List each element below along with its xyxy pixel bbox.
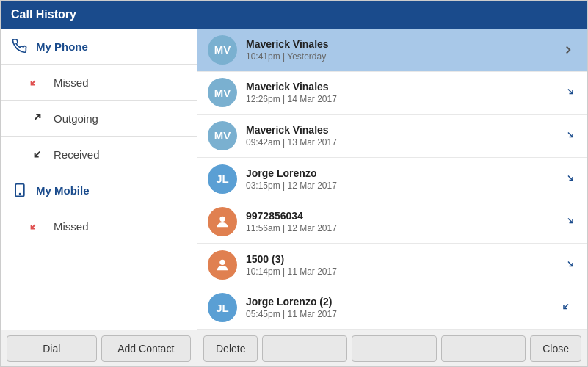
missed-mobile-label: Missed [54,220,89,233]
call-time: 12:26pm | 14 Mar 2017 [246,94,559,104]
sidebar-item-missed[interactable]: Missed [1,65,197,101]
call-info: Maverick Vinales 09:42am | 13 Mar 2017 [246,124,559,148]
call-name: Maverick Vinales [246,38,559,50]
svg-line-7 [568,132,573,137]
call-name: 1500 (3) [246,253,559,265]
avatar: MV [208,78,237,107]
avatar: JL [208,293,237,322]
outgoing-call-icon [30,111,45,126]
call-time: 10:41pm | Yesterday [246,51,559,62]
delete-button[interactable]: Delete [203,335,258,362]
call-info: Jorge Lorenzo (2) 05:45pm | 11 Mar 2017 [246,296,559,319]
missed-action-icon [559,299,577,316]
dial-button[interactable]: Dial [7,335,97,362]
close-button[interactable]: Close [530,335,581,362]
sidebar-item-my-mobile[interactable]: My Mobile [1,172,197,208]
person-avatar-icon [214,214,231,230]
call-name: 9972856034 [246,210,559,222]
avatar [208,250,237,280]
call-item[interactable]: JL Jorge Lorenzo (2) 05:45pm | 11 Mar 20… [197,286,587,330]
svg-line-10 [568,219,573,223]
svg-point-9 [219,217,225,222]
call-item[interactable]: 1500 (3) 10:14pm | 11 Mar 2017 [197,244,587,287]
call-time: 05:45pm | 11 Mar 2017 [246,309,559,319]
app-container: Call History My Phone Missed [0,0,588,367]
sidebar-toolbar: Dial Add Contact [1,330,197,366]
toolbar-spacer-1 [262,335,347,362]
callback-action-icon [559,213,577,230]
call-item[interactable]: MV Maverick Vinales 09:42am | 13 Mar 201… [197,115,587,158]
call-item[interactable]: MV Maverick Vinales 12:26pm | 14 Mar 201… [197,72,587,115]
call-info: Maverick Vinales 10:41pm | Yesterday [246,38,559,62]
call-name: Jorge Lorenzo [246,167,559,179]
mobile-icon [12,183,27,197]
call-item[interactable]: JL Jorge Lorenzo 03:15pm | 12 Mar 2017 [197,158,587,201]
sidebar-item-missed-mobile[interactable]: Missed [1,208,197,244]
my-mobile-label: My Mobile [36,184,90,197]
call-name: Jorge Lorenzo (2) [246,296,559,308]
main-area: My Phone Missed Outgoing [1,29,587,366]
call-item[interactable]: MV Maverick Vinales 10:41pm | Yesterday [197,29,587,72]
missed-call-icon [30,75,45,90]
phone-icon [12,39,27,54]
content-panel: MV Maverick Vinales 10:41pm | Yesterday … [197,29,587,366]
missed-label: Missed [54,76,89,89]
svg-line-8 [568,175,573,180]
avatar: MV [208,35,237,65]
call-time: 11:56am | 12 Mar 2017 [246,223,559,233]
call-info: 1500 (3) 10:14pm | 11 Mar 2017 [246,253,559,277]
svg-line-6 [568,90,573,94]
sidebar-item-received[interactable]: Received [1,137,197,172]
callback-action-icon [559,84,577,101]
svg-point-11 [219,259,225,264]
callback-action-icon [559,127,577,145]
call-time: 03:15pm | 12 Mar 2017 [246,181,559,191]
callback-action-icon [559,256,577,274]
content-toolbar: Delete Close [197,330,587,366]
call-time: 10:14pm | 11 Mar 2017 [246,266,559,277]
person-avatar-icon [214,257,231,273]
my-phone-label: My Phone [36,40,88,53]
outgoing-label: Outgoing [54,112,98,125]
app-title: Call History [11,8,76,21]
add-contact-button[interactable]: Add Contact [101,335,192,362]
call-name: Maverick Vinales [246,81,559,92]
call-name: Maverick Vinales [246,124,559,136]
svg-line-12 [568,261,573,266]
missed-mobile-call-icon [30,219,45,233]
received-label: Received [54,148,100,161]
sidebar: My Phone Missed Outgoing [1,29,197,366]
callback-action-icon [559,170,577,188]
toolbar-spacer-2 [352,335,437,362]
call-info: Maverick Vinales 12:26pm | 14 Mar 2017 [246,81,559,104]
call-info: Jorge Lorenzo 03:15pm | 12 Mar 2017 [246,167,559,191]
avatar: JL [208,164,237,194]
avatar: MV [208,121,237,150]
call-info: 9972856034 11:56am | 12 Mar 2017 [246,210,559,233]
call-list: MV Maverick Vinales 10:41pm | Yesterday … [197,29,587,330]
received-call-icon [30,147,45,161]
chevron-right-icon [559,41,577,59]
avatar [208,207,237,236]
toolbar-spacer-3 [441,335,526,362]
sidebar-item-outgoing[interactable]: Outgoing [1,101,197,137]
call-item[interactable]: 9972856034 11:56am | 12 Mar 2017 [197,200,587,244]
call-time: 09:42am | 13 Mar 2017 [246,137,559,148]
title-bar: Call History [1,1,587,29]
sidebar-item-my-phone[interactable]: My Phone [1,29,197,65]
svg-line-13 [564,305,568,309]
